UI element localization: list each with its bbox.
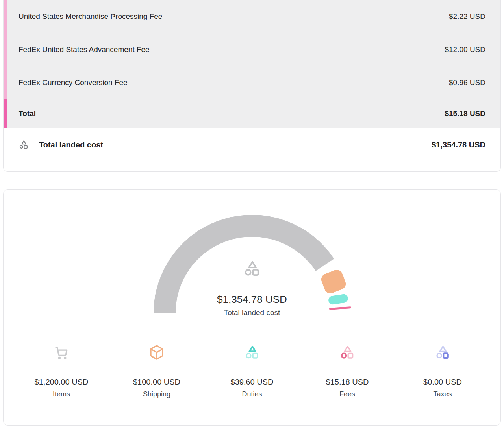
fee-label: FedEx United States Advancement Fee xyxy=(19,45,150,54)
fee-label: United States Merchandise Processing Fee xyxy=(19,12,162,21)
gauge-chart: $1,354.78 USD Total landed cost xyxy=(4,190,500,320)
breakdown-taxes: $0.00 USD Taxes xyxy=(395,345,490,398)
total-landed-cost-label: Total landed cost xyxy=(39,140,103,149)
shapes-icon-duties xyxy=(204,345,300,360)
shapes-icon xyxy=(243,260,261,278)
shipping-label: Shipping xyxy=(109,390,204,398)
landed-cost-gauge-card: $1,354.78 USD Total landed cost $1,200.0… xyxy=(3,189,501,426)
fee-label: FedEx Currency Conversion Fee xyxy=(19,78,128,87)
fees-table: United States Merchandise Processing Fee… xyxy=(4,0,500,128)
shapes-icon-fees xyxy=(300,345,395,360)
breakdown-shipping: $100.00 USD Shipping xyxy=(109,345,204,398)
fees-total-amount: $15.18 USD xyxy=(445,109,485,118)
duties-label: Duties xyxy=(204,390,300,398)
fee-amount: $0.96 USD xyxy=(449,78,485,87)
fee-row: United States Merchandise Processing Fee… xyxy=(4,0,500,33)
items-label: Items xyxy=(14,390,109,398)
quote-breakdown-card: United States Merchandise Processing Fee… xyxy=(3,0,501,172)
items-amount: $1,200.00 USD xyxy=(14,378,109,387)
cart-icon xyxy=(14,345,109,360)
shipping-amount: $100.00 USD xyxy=(109,378,204,387)
fees-label: Fees xyxy=(300,390,395,398)
duties-amount: $39.60 USD xyxy=(204,378,300,387)
fees-total-label: Total xyxy=(19,109,36,118)
taxes-label: Taxes xyxy=(395,390,490,398)
total-landed-cost-row: Total landed cost $1,354.78 USD xyxy=(4,133,500,157)
gauge-total-label: Total landed cost xyxy=(4,308,500,317)
package-icon xyxy=(109,345,204,360)
fees-indicator-stripe-light xyxy=(4,0,7,99)
breakdown-duties: $39.60 USD Duties xyxy=(204,345,300,398)
gauge-center: $1,354.78 USD Total landed cost xyxy=(4,260,500,317)
breakdown-items: $1,200.00 USD Items xyxy=(14,345,109,398)
breakdown-fees: $15.18 USD Fees xyxy=(300,345,395,398)
total-landed-cost-amount: $1,354.78 USD xyxy=(432,140,485,149)
gauge-total-amount: $1,354.78 USD xyxy=(4,293,500,306)
cost-breakdown-row: $1,200.00 USD Items $100.00 USD Shipping xyxy=(4,345,500,425)
shapes-icon xyxy=(19,140,29,150)
taxes-amount: $0.00 USD xyxy=(395,378,490,387)
fees-total-row: Total $15.18 USD xyxy=(4,99,500,128)
fee-row: FedEx United States Advancement Fee $12.… xyxy=(4,33,500,66)
fees-indicator-stripe-dark xyxy=(4,99,7,128)
fee-row: FedEx Currency Conversion Fee $0.96 USD xyxy=(4,66,500,99)
shapes-icon-taxes xyxy=(395,345,490,360)
fee-amount: $2.22 USD xyxy=(449,12,485,21)
fee-amount: $12.00 USD xyxy=(445,45,485,54)
fees-amount: $15.18 USD xyxy=(300,378,395,387)
